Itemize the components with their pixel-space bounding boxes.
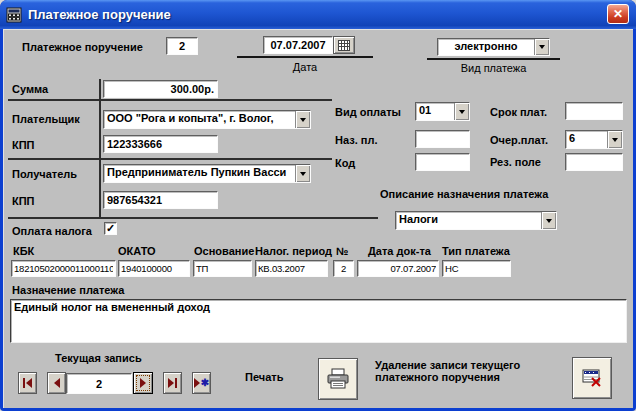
description-combobox[interactable]: Налоги: [395, 211, 557, 230]
doc-date-input[interactable]: [357, 260, 439, 277]
date-input[interactable]: [263, 36, 333, 54]
arrow-left-icon: [54, 378, 60, 388]
next-record-button[interactable]: [133, 372, 153, 394]
receiver-value: Предприниматель Пупкин Васси: [104, 165, 295, 182]
delete-caption: Удаление записи текущего платежного пору…: [375, 359, 570, 383]
payment-kind-underline: [427, 58, 560, 60]
pay-type-value: 01: [416, 103, 454, 120]
chevron-down-icon: [539, 45, 545, 49]
purpose-code-label: Наз. пл.: [335, 134, 377, 146]
payment-kind-caption: Вид платежа: [427, 62, 560, 74]
record-number-input[interactable]: [66, 373, 132, 394]
receiver-label: Получатель: [12, 168, 77, 180]
payer-combobox[interactable]: ООО "Рога и копыта", г. Волог,: [103, 110, 311, 129]
dropdown-button[interactable]: [295, 111, 310, 128]
receiver-combobox[interactable]: Предприниматель Пупкин Васси: [103, 164, 311, 183]
term-label: Срок плат.: [490, 106, 547, 118]
purpose-code-input[interactable]: [415, 130, 470, 148]
app-calculator-icon: [6, 7, 22, 23]
dropdown-button[interactable]: [534, 39, 549, 55]
close-button[interactable]: ✕: [607, 4, 629, 24]
asterisk-icon: ✱: [201, 378, 209, 388]
first-record-button[interactable]: [18, 372, 37, 394]
previous-record-button[interactable]: [47, 372, 66, 394]
pay-type-label: Вид оплаты: [335, 106, 401, 118]
dropdown-button[interactable]: [454, 103, 469, 120]
payment-kind-combobox[interactable]: электронно: [437, 38, 550, 56]
order-combobox[interactable]: 6: [565, 130, 623, 149]
term-input[interactable]: [565, 102, 623, 120]
chevron-down-icon: [612, 138, 618, 142]
purpose-textarea[interactable]: Единый нолог на вмененный доход: [10, 299, 627, 343]
tax-col-header: Налог. период: [255, 245, 332, 257]
check-icon: ✓: [106, 222, 115, 234]
dropdown-button[interactable]: [541, 212, 556, 229]
reserve-input[interactable]: [565, 153, 623, 171]
print-button[interactable]: [318, 358, 358, 400]
payment-type-input[interactable]: [442, 260, 511, 277]
pay-type-combobox[interactable]: 01: [415, 102, 470, 121]
last-record-icon: [175, 378, 177, 388]
chevron-down-icon: [300, 118, 306, 122]
arrow-right-icon: [140, 378, 146, 388]
payer-kpp-input[interactable]: [103, 135, 218, 153]
okato-input[interactable]: [118, 260, 190, 277]
dropdown-button[interactable]: [295, 165, 310, 182]
current-record-caption: Текущая запись: [55, 352, 142, 364]
new-record-button[interactable]: ✱: [192, 372, 211, 394]
first-record-icon: [23, 378, 25, 388]
date-caption: Дата: [237, 61, 373, 73]
delete-record-icon: [581, 368, 603, 388]
payer-kpp-label: КПП: [12, 139, 35, 151]
receiver-kpp-input[interactable]: [103, 191, 218, 209]
order-label: Очер.плат.: [490, 134, 548, 146]
separator-line: [8, 217, 378, 219]
chevron-down-icon: [300, 172, 306, 176]
titlebar[interactable]: Платежное поручение ✕: [0, 0, 636, 29]
tax-checkbox[interactable]: ✓: [104, 222, 117, 235]
payment-order-window: Платежное поручение ✕ Платежное поручени…: [0, 0, 636, 411]
receiver-kpp-label: КПП: [12, 195, 35, 207]
calendar-grid-icon: [338, 40, 350, 51]
date-underline: [237, 56, 373, 58]
tax-col-header: Основание: [194, 245, 254, 257]
payment-kind-value: электронно: [438, 39, 534, 55]
delete-record-button[interactable]: [572, 357, 612, 399]
description-caption: Описание назначения платежа: [380, 188, 548, 200]
order-value: 6: [566, 131, 607, 148]
payer-label: Плательщик: [12, 113, 80, 125]
kbk-input[interactable]: [11, 260, 116, 277]
arrow-left-icon: [26, 378, 32, 388]
code-label: Код: [335, 157, 355, 169]
tax-col-header: Тип платежа: [442, 245, 510, 257]
close-icon: ✕: [613, 7, 623, 21]
tax-col-header: КБК: [13, 245, 34, 257]
description-value: Налоги: [396, 212, 541, 229]
code-input[interactable]: [415, 153, 470, 171]
arrow-right-icon: [194, 378, 200, 388]
tax-col-header: Дата док-та: [368, 245, 431, 257]
separator-line: [8, 99, 332, 101]
last-record-button[interactable]: [163, 372, 182, 394]
sum-input[interactable]: [103, 80, 218, 98]
tax-checkbox-label: Оплата налога: [12, 225, 92, 237]
dropdown-button[interactable]: [607, 131, 622, 148]
reserve-label: Рез. поле: [490, 156, 541, 168]
arrow-right-icon: [168, 378, 174, 388]
doc-no-input[interactable]: [333, 260, 354, 277]
calendar-button[interactable]: [333, 36, 355, 54]
tax-col-header: ОКАТО: [118, 245, 156, 257]
printer-icon: [326, 368, 350, 390]
window-title: Платежное поручение: [28, 7, 171, 22]
sum-label: Сумма: [12, 83, 48, 95]
chevron-down-icon: [546, 219, 552, 223]
doc-number-input[interactable]: [166, 37, 198, 55]
tax-col-header: №: [336, 245, 348, 257]
osnovanie-input[interactable]: [193, 260, 252, 277]
separator-line: [8, 158, 332, 160]
doc-label: Платежное поручение: [22, 41, 143, 53]
payer-value: ООО "Рога и копыта", г. Волог,: [104, 111, 295, 128]
chevron-down-icon: [459, 110, 465, 114]
tax-period-input[interactable]: [255, 260, 328, 277]
purpose-label: Назначение платежа: [12, 284, 124, 296]
